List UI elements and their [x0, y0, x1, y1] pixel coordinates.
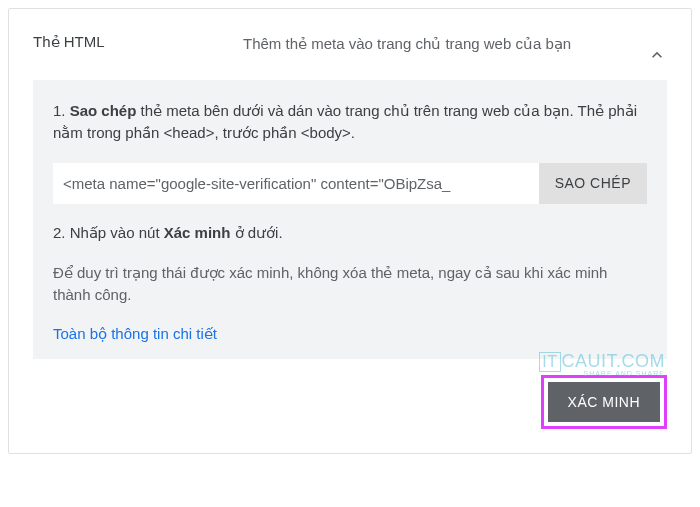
step1-rest: thẻ meta bên dưới và dán vào trang chủ t…	[53, 102, 637, 142]
step2-bold: Xác minh	[164, 224, 231, 241]
chevron-up-icon	[647, 45, 667, 65]
panel-description: Thêm thẻ meta vào trang chủ trang web củ…	[243, 33, 667, 56]
footer-row: XÁC MINH	[33, 375, 667, 429]
instructions-box: 1. Sao chép thẻ meta bên dưới và dán vào…	[33, 80, 667, 359]
verification-panel: Thẻ HTML Thêm thẻ meta vào trang chủ tra…	[8, 8, 692, 454]
code-row: SAO CHÉP	[53, 163, 647, 204]
step1-text: 1. Sao chép thẻ meta bên dưới và dán vào…	[53, 100, 647, 145]
step2-text: 2. Nhấp vào nút Xác minh ở dưới.	[53, 224, 647, 242]
details-link[interactable]: Toàn bộ thông tin chi tiết	[53, 325, 217, 343]
step2-rest: ở dưới.	[230, 224, 282, 241]
copy-button[interactable]: SAO CHÉP	[539, 163, 647, 204]
collapse-toggle[interactable]	[647, 45, 667, 65]
verify-highlight: XÁC MINH	[541, 375, 667, 429]
panel-header: Thẻ HTML Thêm thẻ meta vào trang chủ tra…	[33, 33, 667, 56]
panel-title: Thẻ HTML	[33, 33, 243, 51]
step2-prefix: 2. Nhấp vào nút	[53, 224, 164, 241]
verify-button[interactable]: XÁC MINH	[548, 382, 660, 422]
step1-bold: Sao chép	[70, 102, 137, 119]
meta-tag-input[interactable]	[53, 163, 539, 204]
step1-prefix: 1.	[53, 102, 70, 119]
maintain-note: Để duy trì trạng thái được xác minh, khô…	[53, 262, 647, 307]
